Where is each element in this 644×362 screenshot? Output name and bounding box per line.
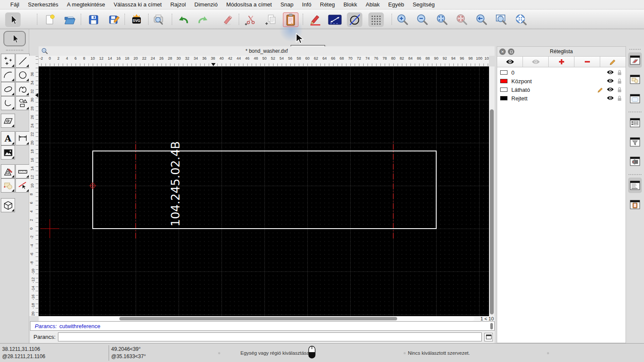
layer-lock-icon[interactable] xyxy=(617,69,622,75)
tool-measure[interactable] xyxy=(15,164,30,178)
save-button[interactable] xyxy=(86,12,101,27)
vertical-scrollbar[interactable] xyxy=(489,66,495,316)
new-file-button[interactable] xyxy=(42,12,57,27)
tool-select-entity[interactable] xyxy=(15,178,30,193)
remove-layer-button[interactable] xyxy=(574,57,600,67)
add-layer-button[interactable] xyxy=(549,57,574,67)
edit-layer-button[interactable] xyxy=(600,57,626,67)
dock-toggle-appearance[interactable] xyxy=(628,91,642,106)
undo-button[interactable] xyxy=(175,12,191,27)
dock-drag-handle[interactable] xyxy=(629,49,641,50)
zoom-in-button[interactable] xyxy=(395,12,410,27)
layer-visibility-icon[interactable] xyxy=(607,69,614,75)
zoom-pan-button[interactable] xyxy=(513,12,529,27)
zoom-selected-icon xyxy=(456,13,468,26)
menu-snap[interactable]: Snap xyxy=(276,1,298,8)
v-ruler-label: 30 xyxy=(30,98,34,102)
tool-modify[interactable] xyxy=(1,164,15,178)
tool-hatch[interactable] xyxy=(1,114,15,128)
menu-blokk[interactable]: Blokk xyxy=(339,1,361,8)
tool-polygon[interactable] xyxy=(15,96,30,110)
print-preview-button[interactable] xyxy=(151,12,167,27)
dock-toggle-block-list[interactable] xyxy=(628,72,642,87)
menu-a-megtekintése[interactable]: A megtekintése xyxy=(63,1,109,8)
dock-toggle-library-browser[interactable] xyxy=(628,154,642,169)
layer-lock-icon[interactable] xyxy=(617,78,622,84)
menu-módosítsa-a-címet[interactable]: Módosítsa a címet xyxy=(222,1,276,8)
menu-fájl[interactable]: Fájl xyxy=(6,1,24,8)
dock-toggle-drawing-properties[interactable] xyxy=(628,52,642,68)
svg-export-button[interactable]: SVG xyxy=(129,12,144,27)
layer-row[interactable]: Rejtett xyxy=(497,94,626,103)
menu-ablak[interactable]: Ablak xyxy=(361,1,384,8)
history-scrollbar-thumb[interactable] xyxy=(490,323,493,329)
open-folder-icon xyxy=(64,14,76,26)
dock-toggle-clipboard-panel[interactable] xyxy=(628,197,642,212)
menu-réteg[interactable]: Réteg xyxy=(316,1,339,8)
isometric-circle-button[interactable] xyxy=(347,12,362,27)
menu-szerkesztés[interactable]: Szerkesztés xyxy=(24,1,63,8)
block-list-window-icon xyxy=(630,75,640,84)
redo-button[interactable] xyxy=(196,12,211,27)
drawing-canvas[interactable]: 104.245.02.4B xyxy=(39,66,489,316)
layer-lock-icon[interactable] xyxy=(617,95,622,101)
layer-row[interactable]: Látható xyxy=(497,85,626,94)
tool-points[interactable] xyxy=(1,54,15,68)
layer-color-swatch xyxy=(500,87,507,92)
keyboard-toggle-button[interactable] xyxy=(484,333,493,341)
layer-row[interactable]: Központ xyxy=(497,77,626,85)
tool-solid-3d[interactable] xyxy=(1,198,15,212)
paste-button[interactable] xyxy=(283,12,298,27)
dimension-button[interactable] xyxy=(327,12,343,27)
tool-circle[interactable] xyxy=(15,68,30,82)
select-button[interactable] xyxy=(5,12,21,27)
zoom-window-button[interactable] xyxy=(494,12,509,27)
pen-edit-button[interactable] xyxy=(307,12,323,27)
dock-toggle-layer-list[interactable] xyxy=(628,115,642,130)
horizontal-scrollbar-row: 1 < 10 xyxy=(39,316,495,321)
copy-button[interactable] xyxy=(264,12,279,27)
tool-block[interactable] xyxy=(1,178,15,193)
menu-infó[interactable]: Infó xyxy=(298,1,316,8)
show-all-layers-button[interactable] xyxy=(497,57,523,67)
menu-rajzol[interactable]: Rajzol xyxy=(166,1,190,8)
menu-válassza-ki-a-címet[interactable]: Válassza ki a címet xyxy=(109,1,166,8)
tool-line[interactable] xyxy=(15,54,30,68)
document-title: * bond_washer.dxf xyxy=(39,48,495,54)
delete-button[interactable] xyxy=(220,12,235,27)
menu-dimenzió[interactable]: Dimenzió xyxy=(190,1,222,8)
horizontal-scrollbar-thumb[interactable] xyxy=(119,317,397,320)
dock-toggle-selection-filter[interactable] xyxy=(628,134,642,150)
tool-spline[interactable] xyxy=(15,82,30,96)
zoom-out-button[interactable] xyxy=(415,12,430,27)
layer-visibility-icon[interactable] xyxy=(607,78,614,84)
layer-color-swatch xyxy=(500,79,507,83)
layer-lock-icon[interactable] xyxy=(617,87,622,93)
h-ruler-label: 62 xyxy=(314,56,318,60)
tool-select-button[interactable] xyxy=(3,31,26,46)
menu-egyéb[interactable]: Egyéb xyxy=(384,1,408,8)
cut-button[interactable] xyxy=(243,12,258,27)
hide-all-layers-button[interactable] xyxy=(523,57,549,67)
open-file-button[interactable] xyxy=(62,12,78,27)
palette-drag-handle[interactable] xyxy=(6,50,23,51)
layer-visibility-icon[interactable] xyxy=(607,95,614,101)
zoom-selected-button[interactable] xyxy=(454,12,470,27)
layer-row[interactable]: 0 xyxy=(497,68,626,77)
tool-image[interactable] xyxy=(1,145,15,160)
menu-segítség[interactable]: Segítség xyxy=(408,1,439,8)
horizontal-scrollbar[interactable] xyxy=(39,317,474,321)
save-as-button[interactable] xyxy=(106,12,122,27)
tool-text[interactable]: A xyxy=(1,131,15,145)
tool-dimension[interactable] xyxy=(15,131,30,145)
zoom-auto-button[interactable] xyxy=(434,12,450,27)
zoom-previous-button[interactable] xyxy=(474,12,489,27)
grid-toggle-button[interactable] xyxy=(368,12,384,27)
layer-visibility-icon[interactable] xyxy=(607,87,614,92)
vertical-scrollbar-thumb[interactable] xyxy=(490,109,494,314)
tool-ellipse[interactable] xyxy=(1,82,15,96)
dock-toggle-command-window[interactable] xyxy=(628,178,642,193)
tool-polyline[interactable] xyxy=(1,96,15,110)
tool-arc[interactable] xyxy=(1,68,15,82)
command-input[interactable] xyxy=(58,332,482,341)
